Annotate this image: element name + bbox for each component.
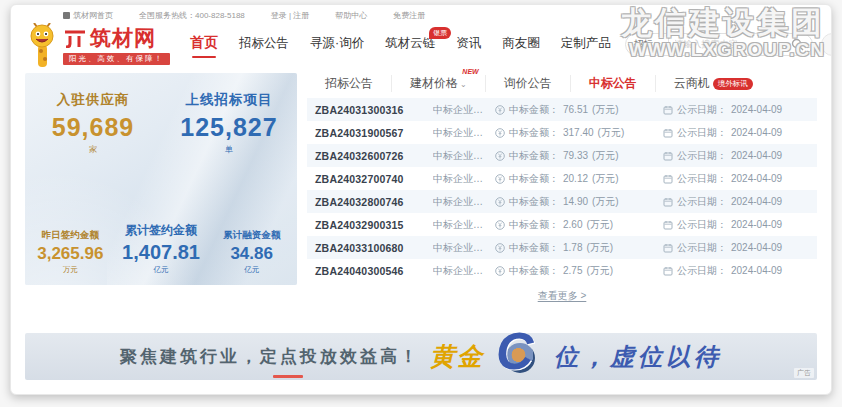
publish-date: 公示日期：2024-04-09	[663, 103, 809, 117]
announcement-tab[interactable]: 中标公告	[570, 75, 655, 92]
nav-item-label: 商友圈	[502, 36, 540, 50]
project-code: ZBA24040300546	[315, 265, 433, 277]
amount-value: 76.51	[563, 104, 588, 115]
amount-unit: (万元)	[586, 264, 613, 278]
topbar-link[interactable]: 登录 | 注册	[271, 10, 310, 21]
ad-banner[interactable]: 聚焦建筑行业，定点投放效益高！ 黄金 C 位，虚位以待 广告	[25, 333, 817, 380]
announcement-tab[interactable]: NEW 建材价格⌄	[391, 75, 485, 92]
company-name: 南京美可莉机电工程有限公司	[483, 242, 495, 253]
stat-yesterday-amount: 昨日签约金额 3,265.96 万元	[25, 229, 116, 275]
winning-company: 中标企业：山东华威建筑科技有限公司	[433, 126, 495, 140]
company-prefix: 中标企业：	[433, 196, 483, 207]
yuan-circle-icon	[495, 105, 505, 115]
table-row[interactable]: ZBA24033100680 中标企业：南京美可莉机电工程有限公司 中标金额：1…	[307, 236, 817, 259]
company-prefix: 中标企业：	[433, 150, 483, 161]
amount-unit: (万元)	[598, 126, 625, 140]
calendar-icon	[663, 105, 673, 115]
nav-item-label: 寻源·询价	[310, 36, 364, 50]
stat-label: 上线招标项目	[161, 91, 297, 109]
announcement-tab[interactable]: 招标公告	[307, 75, 391, 92]
stat-projects: 上线招标项目 125,827 单	[161, 91, 297, 155]
nav-item[interactable]: 定制产品	[561, 29, 611, 60]
calendar-icon	[663, 128, 673, 138]
banner-slogan: 聚焦建筑行业，定点投放效益高！	[120, 345, 420, 368]
winning-company: 中标企业：徐州发华电气设备销售有限公司	[433, 195, 495, 209]
table-row[interactable]: ZBA24032800746 中标企业：徐州发华电气设备销售有限公司 中标金额：…	[307, 190, 817, 213]
amount-prefix: 中标金额：	[509, 103, 559, 117]
ad-label: 广告	[794, 368, 814, 378]
topbar-link[interactable]: 免费注册	[393, 10, 425, 21]
topbar-link[interactable]: 帮助中心	[335, 10, 367, 21]
announcement-tab[interactable]: 询价公告	[485, 75, 570, 92]
company-name: 山东华威建筑科技有限公司	[483, 127, 495, 138]
login-register-button[interactable]: 登录+注册	[821, 33, 832, 56]
award-amount: 中标金额：317.40(万元)	[495, 126, 663, 140]
company-name: 徐州发华电气设备销售有限公司	[483, 196, 495, 207]
table-row[interactable]: ZBA24040300546 中标企业：上海青安实业有限公司 中标金额：2.75…	[307, 259, 817, 282]
home-icon	[63, 12, 70, 19]
winning-company: 中标企业：苏州沪南新型建材科技有限公司	[433, 149, 495, 163]
company-prefix: 中标企业：	[433, 104, 483, 115]
publish-date: 公示日期：2024-04-09	[663, 241, 809, 255]
amount-unit: (万元)	[592, 149, 619, 163]
award-amount: 中标金额：2.75(万元)	[495, 264, 663, 278]
search-category-dropdown[interactable]: 招标 ▼	[634, 38, 662, 51]
amount-value: 1.78	[563, 242, 582, 253]
search-input[interactable]	[675, 39, 791, 49]
project-code: ZBA24031900567	[315, 127, 433, 139]
platform-stats-panel: 入驻供应商 59,689 家 上线招标项目 125,827 单 昨日签约金额 3…	[25, 73, 297, 285]
table-row[interactable]: ZBA24031300316 中标企业：苏州沪南新型建材科技有限公司 中标金额：…	[307, 98, 817, 121]
date-value: 2024-04-09	[731, 242, 782, 253]
date-prefix: 公示日期：	[677, 149, 727, 163]
table-row[interactable]: ZBA24032700740 中标企业：钟震消防器材贸易（南京）有... 中标金…	[307, 167, 817, 190]
stat-unit: 万元	[25, 265, 116, 275]
topbar-link[interactable]: 全国服务热线：400-828-5188	[139, 10, 245, 21]
logo-tagline: 阳光、高效、有保障！	[63, 53, 170, 65]
giraffe-mascot-icon	[25, 23, 59, 69]
nav-badge: 银票	[429, 27, 451, 39]
award-amount: 中标金额：14.90(万元)	[495, 195, 663, 209]
winning-company: 中标企业：钟震消防器材贸易（南京）有...	[433, 172, 495, 186]
nav-item[interactable]: 筑材云链 银票	[385, 29, 435, 60]
header-search-area: 招标 ▼ 登录+注册	[625, 33, 832, 56]
topbar-link[interactable]: 筑材网首页	[63, 10, 113, 21]
date-value: 2024-04-09	[731, 219, 782, 230]
stat-unit: 家	[25, 144, 161, 155]
search-button[interactable]	[791, 38, 804, 51]
site-header: 筑材网 阳光、高效、有保障！ 首页 招标公告 寻源·询价	[11, 23, 831, 71]
topbar-link-label: 全国服务热线：400-828-5188	[139, 10, 245, 21]
divider	[668, 38, 669, 50]
site-logo[interactable]: 筑材网 阳光、高效、有保障！	[25, 23, 170, 65]
view-more-link[interactable]: 查看更多 >	[538, 290, 587, 301]
table-row[interactable]: ZBA24031900567 中标企业：山东华威建筑科技有限公司 中标金额：31…	[307, 121, 817, 144]
carousel-indicator[interactable]	[273, 375, 303, 378]
nav-item[interactable]: 寻源·询价	[310, 29, 364, 60]
amount-unit: (万元)	[592, 172, 619, 186]
banner-right-text: 位，虚位以待	[554, 341, 722, 373]
nav-item[interactable]: 首页	[190, 28, 218, 60]
nav-item[interactable]: 商友圈	[502, 29, 540, 60]
yuan-circle-icon	[495, 220, 505, 230]
tab-label: 中标公告	[589, 76, 637, 90]
company-name: 苏州沪南新型建材科技有限公司	[483, 150, 495, 161]
stat-unit: 亿元	[116, 265, 207, 275]
new-badge: NEW	[462, 68, 478, 75]
company-prefix: 中标企业：	[433, 173, 483, 184]
company-name: 南通贝特给水设备科技有限公司	[483, 219, 495, 230]
amount-unit: (万元)	[586, 241, 613, 255]
project-code: ZBA24032800746	[315, 196, 433, 208]
logo-mark-icon	[63, 28, 87, 48]
date-prefix: 公示日期：	[677, 103, 727, 117]
table-row[interactable]: ZBA24032900315 中标企业：南通贝特给水设备科技有限公司 中标金额：…	[307, 213, 817, 236]
nav-item[interactable]: 资讯	[456, 29, 481, 60]
stat-total-signed: 累计签约金额 1,407.81 亿元	[116, 222, 207, 275]
winning-company: 中标企业：上海青安实业有限公司	[433, 264, 495, 278]
main-content: 入驻供应商 59,689 家 上线招标项目 125,827 单 昨日签约金额 3…	[11, 71, 831, 305]
table-row[interactable]: ZBA24032600726 中标企业：苏州沪南新型建材科技有限公司 中标金额：…	[307, 144, 817, 167]
logo-text-block: 筑材网 阳光、高效、有保障！	[63, 24, 170, 65]
stat-value: 1,407.81	[116, 241, 207, 264]
amount-value: 79.33	[563, 150, 588, 161]
announcement-tab[interactable]: 云商机境外标讯	[655, 75, 771, 92]
nav-item[interactable]: 招标公告	[239, 29, 289, 60]
yuan-circle-icon	[495, 174, 505, 184]
